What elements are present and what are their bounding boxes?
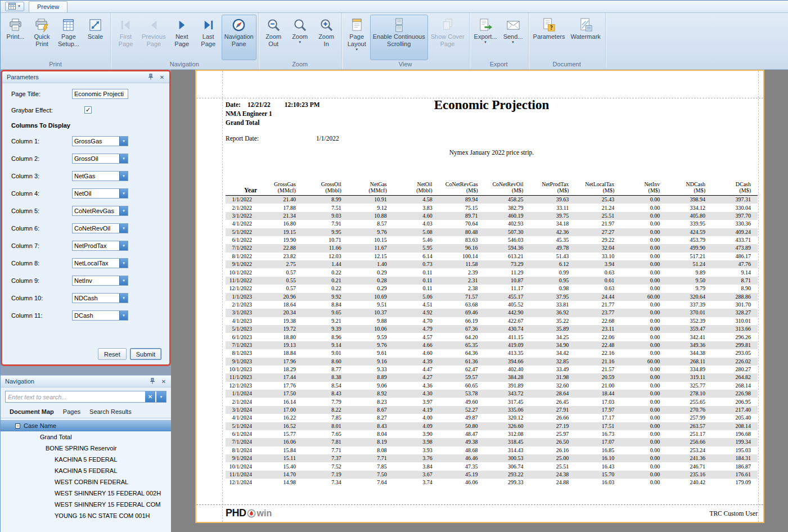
column-4-select[interactable]: NetOil▼ [72, 188, 128, 199]
column-8-select[interactable]: NetLocalTax▼ [72, 258, 128, 268]
reset-button[interactable]: Reset [98, 348, 127, 360]
chevron-down-icon[interactable]: ▼ [119, 137, 128, 146]
submit-button[interactable]: Submit [130, 348, 161, 360]
tab-preview[interactable]: Preview [29, 1, 67, 12]
last-page-button[interactable]: Last Page [195, 15, 222, 60]
pin-icon[interactable] [147, 74, 155, 81]
chevron-down-icon: ▼ [484, 40, 487, 44]
column-2-select[interactable]: GrossOil▼ [72, 154, 128, 164]
watermark-button[interactable]: Watermark [568, 15, 603, 60]
table-row: 12/1/202317.768.549.064.3660.65391.8932.… [226, 382, 758, 390]
tree-item-west-shinnery-15-federal-002h[interactable]: WEST SHINNERY 15 FEDERAL 002H [1, 488, 171, 499]
collapse-icon[interactable]: − [15, 423, 20, 429]
column-8-label: Column 8: [11, 260, 72, 267]
column-header-grossoil: GrossOil(Mbbl) [303, 181, 348, 196]
column-10-select[interactable]: NDCash▼ [72, 293, 128, 303]
tree-item-bone-spring-reservoir[interactable]: BONE SPRING Reservoir [1, 443, 171, 454]
column-9-select[interactable]: NetInv▼ [72, 276, 128, 286]
column-5-select[interactable]: CoNetRevGas▼ [72, 206, 128, 216]
column-7-select[interactable]: NetProdTax▼ [72, 241, 128, 251]
chevron-down-icon[interactable]: ▼ [119, 172, 128, 181]
column-header-conetrevoil: CoNetRevOil(M$) [485, 181, 530, 196]
export-button[interactable]: Export...▼ [471, 15, 500, 60]
selected-value: DCash [73, 311, 119, 320]
table-row: 11/1/202414.707.197.503.6745.19293.2224.… [226, 471, 758, 479]
quick-print-button[interactable]: Quick Print [29, 15, 55, 60]
search-options-chevron-icon[interactable]: ▼ [156, 391, 166, 402]
tree-item-kachina-5-federal[interactable]: KACHINA 5 FEDERAL [1, 454, 171, 465]
page-layout-button[interactable]: Page Layout▼ [344, 15, 370, 60]
zoom-out-icon [266, 17, 281, 33]
column-3-select[interactable]: NetGas▼ [72, 171, 128, 181]
page-title-input[interactable] [72, 89, 128, 99]
tab-pages[interactable]: Pages [58, 406, 85, 418]
scale-button[interactable]: Scale [82, 15, 109, 60]
column-1-select[interactable]: GrossGas▼ [72, 136, 128, 146]
graybar-checkbox[interactable]: ✓ [84, 106, 92, 114]
enable-continuous-scrolling-button[interactable]: Enable Continuous Scrolling [370, 15, 428, 60]
watermark-icon [578, 17, 593, 33]
button-label: Enable Continuous Scrolling [373, 33, 425, 48]
parameters-button[interactable]: ?Parameters [530, 15, 568, 60]
tree-item-young-16-nc-state-com-001h[interactable]: YOUNG 16 NC STATE COM 001H [1, 510, 171, 521]
search-input[interactable] [6, 391, 145, 402]
page-setup-button[interactable]: Page Setup... [55, 15, 82, 60]
ribbon-group-export: Export...▼Send...▼Export [470, 13, 529, 69]
first-page-button: First Page [112, 15, 139, 60]
pin-icon[interactable] [148, 378, 156, 385]
table-row: 4/1/202416.227.858.274.0049.87320.1226.6… [226, 414, 758, 422]
table-row: 11/1/20220.550.210.280.112.3110.870.950.… [226, 277, 758, 285]
navigation-pane-button[interactable]: Navigation Pane [222, 15, 256, 60]
clear-search-icon[interactable]: ✕ [145, 391, 155, 402]
column-10-label: Column 10: [11, 295, 72, 301]
button-label: Zoom [292, 33, 308, 40]
chevron-down-icon[interactable]: ▼ [119, 224, 128, 233]
chevron-down-icon[interactable]: ▼ [119, 259, 128, 268]
parameters-panel-body: Page Title: Graybar Effect: ✓ Columns To… [2, 83, 169, 364]
tree-item-grand-total[interactable]: Grand Total [1, 431, 171, 443]
column-11-select[interactable]: DCash▼ [72, 310, 128, 321]
chevron-down-icon[interactable]: ▼ [119, 206, 128, 215]
column-header-year: Year [226, 181, 257, 196]
button-label: Send... [503, 33, 523, 40]
tab-document-map[interactable]: Document Map [5, 406, 58, 418]
columns-list: Column 1:GrossGas▼Column 2:GrossOil▼Colu… [11, 136, 161, 328]
show-cover-page-button: Show Cover Page [428, 15, 467, 60]
table-row: 7/1/202222.8811.6611.675.9596.16594.3649… [226, 244, 758, 252]
selected-value: CoNetRevOil [73, 224, 119, 233]
next-page-button[interactable]: Next Page [169, 15, 195, 60]
report-menu-button[interactable]: ▼ [5, 2, 24, 11]
tree-item-case-name[interactable]: −Case Name [1, 420, 171, 431]
panel-splitter[interactable] [1, 366, 171, 375]
column-header-netinv: NetInv(M$) [621, 181, 667, 196]
tree-item-west-corbin-federal[interactable]: WEST CORBIN FEDERAL [1, 476, 171, 488]
send-button[interactable]: Send...▼ [500, 15, 526, 60]
chevron-down-icon[interactable]: ▼ [119, 276, 128, 285]
chevron-down-icon[interactable]: ▼ [119, 189, 128, 198]
zoom-in-button[interactable]: Zoom In [313, 15, 340, 60]
column-6-select[interactable]: CoNetRevOil▼ [72, 223, 128, 233]
tree-item-label: WEST SHINNERY 15 FEDERAL COM [55, 501, 160, 508]
table-row: 6/1/202415.777.658.043.9048.47312.0825.9… [226, 430, 758, 438]
chevron-down-icon[interactable]: ▼ [119, 311, 128, 320]
tree-item-west-shinnery-15-federal-com[interactable]: WEST SHINNERY 15 FEDERAL COM [1, 499, 171, 510]
ribbon-group-label: View [342, 60, 469, 69]
selected-value: GrossGas [73, 137, 119, 146]
zoom-out-button[interactable]: Zoom Out [260, 15, 287, 60]
phdwin-logo: PHD win [226, 507, 272, 519]
column-1-label: Column 1: [11, 138, 72, 145]
chevron-down-icon[interactable]: ▼ [119, 154, 128, 163]
tab-search-results[interactable]: Search Results [85, 406, 136, 418]
chevron-down-icon[interactable]: ▼ [119, 294, 128, 303]
chevron-down-icon[interactable]: ▼ [119, 241, 128, 250]
tree-item-kachina-5-federal[interactable]: KACHINA 5 FEDERAL [1, 465, 171, 476]
close-icon[interactable]: ✕ [158, 74, 166, 80]
column-row: Column 4:NetOil▼ [11, 188, 161, 199]
zoom-button[interactable]: Zoom▼ [287, 15, 313, 60]
print-button[interactable]: Print... [2, 15, 29, 60]
close-icon[interactable]: ✕ [160, 378, 168, 385]
table-row: 4/1/202216.807.918.574.0370.64402.9334.1… [226, 220, 758, 228]
report-table: YearGrossGas(MMcf)GrossOil(Mbbl)NetGas(M… [226, 181, 758, 487]
preview-area[interactable]: Economic Projection Date: 12/21/22 12:10… [171, 70, 788, 532]
tree-item-label: KACHINA 5 FEDERAL [55, 456, 117, 463]
